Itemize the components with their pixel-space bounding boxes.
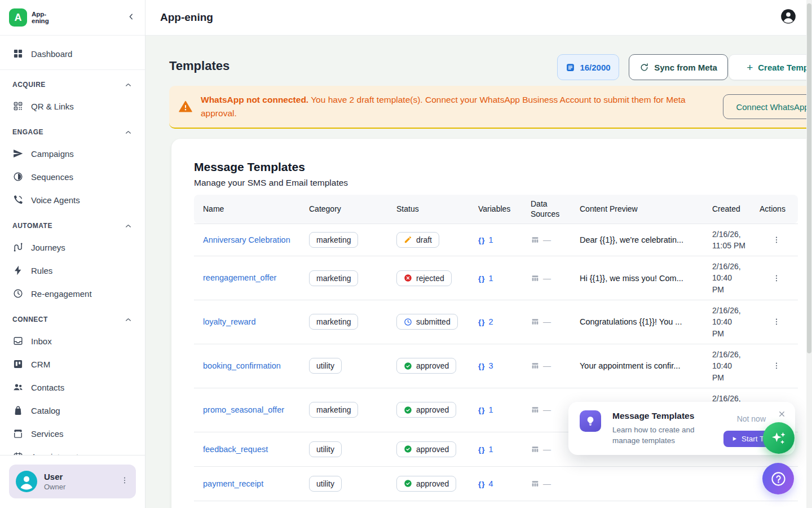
- table-columns-icon: [531, 445, 540, 454]
- braces-icon: {}: [478, 406, 486, 414]
- sidebar-divider: [0, 69, 145, 70]
- sidebar-section-acquire[interactable]: ACQUIRE: [7, 75, 138, 95]
- sidebar-collapse-button[interactable]: [126, 12, 136, 24]
- close-icon[interactable]: [778, 410, 786, 418]
- sidebar-item-journeys[interactable]: Journeys: [7, 236, 138, 259]
- account-avatar-button[interactable]: [780, 8, 796, 27]
- sidebar-item-catalog[interactable]: Catalog: [7, 399, 138, 422]
- sidebar-item-services[interactable]: Services: [7, 422, 138, 445]
- column-header-status: Status: [387, 195, 469, 224]
- quota-value: 16/2000: [580, 63, 610, 72]
- content-preview: Congratulations {{1}}! You ...: [571, 300, 703, 344]
- template-name-link[interactable]: Anniversary Celebration: [203, 235, 290, 244]
- page-header: Templates 16/2000 Sync from Meta + Creat…: [145, 54, 812, 80]
- status-badge-approved: approved: [396, 441, 456, 457]
- kebab-menu-icon: [772, 274, 781, 283]
- approved-status-icon: [404, 406, 412, 414]
- sidebar-section-engage[interactable]: ENGAGE: [7, 122, 138, 142]
- route-icon: [12, 242, 24, 253]
- table-columns-icon: [531, 235, 540, 244]
- column-header-name: Name: [194, 195, 300, 224]
- category-chip: marketing: [309, 314, 358, 330]
- sidebar-item-dashboard[interactable]: Dashboard: [7, 42, 138, 65]
- connect-whatsapp-button[interactable]: Connect WhatsApp: [723, 94, 812, 119]
- question-mark-icon: [770, 470, 787, 488]
- table-row: booking_confirmationutilityapproved{}3—Y…: [194, 344, 798, 388]
- variable-count: 3: [489, 361, 493, 370]
- sidebar-item-rules[interactable]: Rules: [7, 259, 138, 282]
- sidebar-item-label: Contacts: [31, 383, 64, 392]
- braces-icon: {}: [478, 274, 486, 283]
- clock-icon: [12, 288, 24, 299]
- app-logo[interactable]: A App- ening: [9, 8, 49, 27]
- sidebar-item-re-engagement[interactable]: Re-engagement: [7, 282, 138, 305]
- section-label: CONNECT: [12, 316, 48, 323]
- submitted-status-icon: [404, 318, 412, 326]
- content-preview: [571, 466, 703, 501]
- sidebar-section-connect[interactable]: CONNECT: [7, 309, 138, 330]
- sparkles-icon: [770, 429, 788, 447]
- ai-assistant-fab[interactable]: [763, 422, 795, 454]
- data-sources-value: —: [543, 235, 551, 244]
- braces-icon: {}: [478, 445, 486, 454]
- help-fab[interactable]: [762, 463, 794, 494]
- variable-count: 2: [489, 317, 493, 326]
- section-label: ACQUIRE: [12, 81, 46, 89]
- sidebar-item-label: CRM: [31, 360, 50, 369]
- store-icon: [12, 428, 24, 439]
- sidebar-item-label: Dashboard: [31, 49, 72, 59]
- user-card[interactable]: User Owner: [9, 465, 136, 498]
- sidebar-item-voice-agents[interactable]: Voice Agents: [7, 189, 138, 211]
- variable-count: 1: [489, 405, 493, 414]
- sidebar-item-label: QR & Links: [31, 102, 74, 111]
- sidebar-item-qr-links[interactable]: QR & Links: [7, 95, 138, 117]
- braces-icon: {}: [478, 480, 486, 488]
- template-name-link[interactable]: booking_confirmation: [203, 361, 281, 370]
- column-header-content-preview: Content Preview: [571, 195, 703, 224]
- sidebar-item-label: Rules: [31, 266, 52, 275]
- page-scrollbar[interactable]: [806, 0, 812, 508]
- create-template-button[interactable]: + Create Template: [729, 54, 812, 80]
- template-name-link[interactable]: promo_seasonal_offer: [203, 405, 284, 414]
- data-sources-value: —: [543, 479, 551, 488]
- row-actions-button[interactable]: [772, 274, 781, 283]
- template-quota-badge[interactable]: 16/2000: [557, 54, 619, 80]
- category-chip: marketing: [309, 232, 358, 248]
- table-columns-icon: [531, 479, 540, 488]
- whatsapp-warning-banner: WhatsApp not connected. You have 2 draft…: [169, 86, 812, 129]
- plus-icon: +: [747, 62, 753, 73]
- people-icon: [12, 382, 24, 393]
- app-logo-icon: A: [9, 8, 27, 27]
- sidebar-item-sequences[interactable]: Sequences: [7, 165, 138, 188]
- template-name-link[interactable]: payment_receipt: [203, 479, 263, 488]
- refresh-icon: [639, 63, 649, 72]
- scrollbar-thumb[interactable]: [807, 3, 811, 353]
- not-now-button[interactable]: Not now: [737, 414, 766, 423]
- row-actions-button[interactable]: [772, 235, 781, 244]
- sidebar-nav: DashboardACQUIREQR & LinksENGAGECampaign…: [0, 36, 145, 468]
- section-label: ENGAGE: [12, 128, 43, 136]
- send-icon: [12, 148, 24, 159]
- table-row: reengagement_offermarketingrejected{}1—H…: [194, 256, 798, 300]
- user-menu-button[interactable]: [120, 476, 129, 487]
- sidebar-section-automate[interactable]: AUTOMATE: [7, 216, 138, 236]
- sidebar-item-label: Services: [31, 429, 64, 439]
- data-sources-value: —: [543, 317, 551, 326]
- template-name-link[interactable]: loyalty_reward: [203, 317, 256, 326]
- topbar: App-ening: [145, 0, 812, 36]
- row-actions-button[interactable]: [772, 361, 781, 370]
- sidebar-item-inbox[interactable]: Inbox: [7, 330, 138, 352]
- category-chip: marketing: [309, 270, 358, 286]
- sidebar-item-label: Sequences: [31, 172, 73, 182]
- sidebar-item-campaigns[interactable]: Campaigns: [7, 142, 138, 165]
- template-name-link[interactable]: feedback_request: [203, 445, 268, 454]
- sidebar-item-contacts[interactable]: Contacts: [7, 376, 138, 398]
- page-title: Templates: [169, 59, 230, 73]
- status-badge-draft: draft: [396, 232, 439, 248]
- sync-from-meta-button[interactable]: Sync from Meta: [629, 54, 728, 80]
- table-row: welcome_messagemarketingapproved{}1—Welc…: [194, 501, 798, 508]
- sidebar-item-crm[interactable]: CRM: [7, 353, 138, 375]
- row-actions-button[interactable]: [772, 317, 781, 326]
- template-name-link[interactable]: reengagement_offer: [203, 273, 276, 282]
- card-title: Message Templates: [194, 160, 812, 174]
